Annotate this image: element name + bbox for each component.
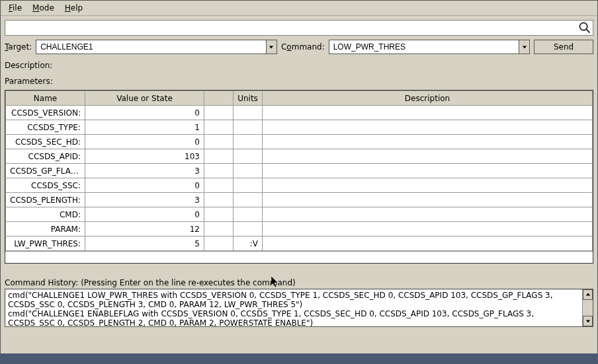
search-input[interactable] <box>5 22 578 34</box>
cell-name: CMD: <box>6 207 85 222</box>
cell-blank[interactable] <box>204 193 234 207</box>
cell-desc <box>263 222 593 237</box>
target-label: Target: <box>5 42 32 52</box>
th-blank[interactable] <box>204 91 234 106</box>
history-line[interactable]: cmd("CHALLENGE1 ENABLEFLAG with CCSDS_VE… <box>8 309 579 326</box>
description-label: Description: <box>5 61 593 70</box>
cell-units <box>234 149 263 164</box>
cell-blank[interactable] <box>204 222 234 237</box>
cell-name: CCSDS_GP_FLAGS: <box>6 164 85 178</box>
cell-units <box>234 120 263 135</box>
cell-blank[interactable] <box>204 207 234 222</box>
cell-desc <box>263 149 593 164</box>
parameters-label: Parameters: <box>5 77 593 86</box>
menubar: File Mode Help <box>1 1 597 16</box>
cell-blank[interactable] <box>204 149 234 164</box>
table-row: CCSDS_SEC_HD:0 <box>6 135 593 149</box>
search-icon[interactable] <box>578 21 591 34</box>
cell-value[interactable]: 0 <box>85 106 204 120</box>
cell-name: CCSDS_SEC_HD: <box>6 135 85 149</box>
cell-units <box>234 135 263 149</box>
table-row: CCSDS_SSC:0 <box>6 178 593 193</box>
cell-value[interactable]: 5 <box>85 237 204 251</box>
cell-name: CCSDS_SSC: <box>6 178 85 193</box>
target-dropdown-icon[interactable] <box>266 40 277 54</box>
cell-value[interactable]: 0 <box>85 178 204 193</box>
cell-name: CCSDS_TYPE: <box>6 120 85 135</box>
parameters-table: Name Value or State Units Description CC… <box>5 90 593 264</box>
cell-desc <box>263 135 593 149</box>
cell-desc <box>263 164 593 178</box>
cell-value[interactable]: 12 <box>85 222 204 237</box>
cell-blank[interactable] <box>204 237 234 251</box>
table-row: CMD:0 <box>6 207 593 222</box>
cell-units <box>234 222 263 237</box>
svg-line-1 <box>587 30 590 33</box>
menu-help[interactable]: Help <box>61 2 87 14</box>
cell-name: CCSDS_VERSION: <box>6 106 85 120</box>
table-row: CCSDS_APID:103 <box>6 149 593 164</box>
scroll-down-icon[interactable] <box>583 316 593 326</box>
cell-name: PARAM: <box>6 222 85 237</box>
cell-blank[interactable] <box>204 164 234 178</box>
history-line[interactable]: cmd("CHALLENGE1 LOW_PWR_THRES with CCSDS… <box>8 291 579 309</box>
table-row: CCSDS_PLENGTH:3 <box>6 193 593 207</box>
scroll-up-icon[interactable] <box>583 289 593 300</box>
th-name[interactable]: Name <box>6 91 85 106</box>
cell-value[interactable]: 3 <box>85 193 204 207</box>
target-input[interactable] <box>36 41 266 53</box>
cell-name: LW_PWR_THRES: <box>6 237 85 251</box>
table-row: LW_PWR_THRES:5:V <box>6 237 593 251</box>
cell-units <box>234 193 263 207</box>
cell-value[interactable]: 0 <box>85 135 204 149</box>
history-scrollbar[interactable] <box>582 289 593 326</box>
history-text[interactable]: cmd("CHALLENGE1 LOW_PWR_THRES with CCSDS… <box>5 289 582 326</box>
cell-units: :V <box>234 237 263 251</box>
cell-desc <box>263 237 593 251</box>
command-dropdown-icon[interactable] <box>519 40 529 54</box>
cell-name: CCSDS_PLENGTH: <box>6 193 85 207</box>
history-label: Command History: (Pressing Enter on the … <box>5 277 593 289</box>
cell-value[interactable]: 1 <box>85 120 204 135</box>
cell-desc <box>263 193 593 207</box>
svg-marker-3 <box>522 46 526 48</box>
statusbar <box>0 353 598 364</box>
cell-value[interactable]: 3 <box>85 164 204 178</box>
cell-blank[interactable] <box>204 120 234 135</box>
cell-units <box>234 207 263 222</box>
cell-desc <box>263 106 593 120</box>
cell-blank[interactable] <box>204 135 234 149</box>
command-label: Command: <box>281 42 325 52</box>
svg-marker-2 <box>269 46 273 48</box>
cell-desc <box>263 178 593 193</box>
target-combo[interactable] <box>36 40 277 54</box>
th-desc[interactable]: Description <box>263 91 593 106</box>
cell-units <box>234 178 263 193</box>
send-button[interactable]: Send <box>534 40 593 54</box>
command-input[interactable] <box>329 41 519 53</box>
cell-desc <box>263 207 593 222</box>
history-box: cmd("CHALLENGE1 LOW_PWR_THRES with CCSDS… <box>5 289 593 327</box>
table-header-row: Name Value or State Units Description <box>6 91 593 106</box>
search-bar[interactable] <box>5 20 593 36</box>
cell-desc <box>263 120 593 135</box>
svg-marker-4 <box>585 293 589 296</box>
cell-name: CCSDS_APID: <box>6 149 85 164</box>
cell-value[interactable]: 0 <box>85 207 204 222</box>
cell-blank[interactable] <box>204 178 234 193</box>
command-combo[interactable] <box>329 40 530 54</box>
menu-file[interactable]: File <box>5 2 26 14</box>
svg-point-0 <box>580 23 587 30</box>
th-units[interactable]: Units <box>234 91 263 106</box>
th-value[interactable]: Value or State <box>85 91 204 106</box>
table-row: CCSDS_GP_FLAGS:3 <box>6 164 593 178</box>
cell-units <box>234 106 263 120</box>
cell-blank[interactable] <box>204 106 234 120</box>
menu-mode[interactable]: Mode <box>28 2 58 14</box>
cell-value[interactable]: 103 <box>85 149 204 164</box>
cell-units <box>234 164 263 178</box>
table-row: PARAM:12 <box>6 222 593 237</box>
table-row: CCSDS_VERSION:0 <box>6 106 593 120</box>
svg-marker-5 <box>585 320 589 322</box>
table-footer <box>5 251 593 263</box>
